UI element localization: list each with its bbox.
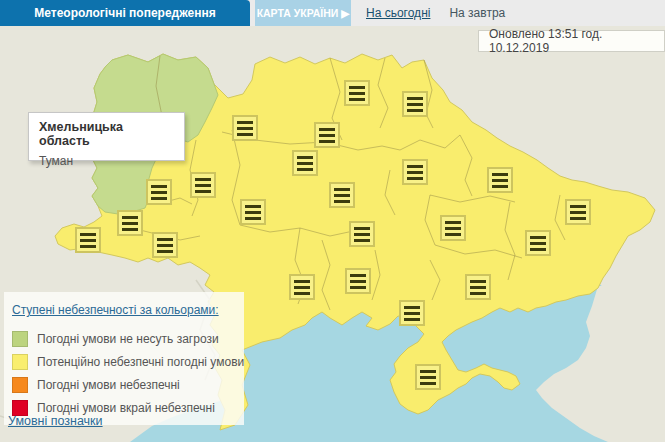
tab-meteorological-warnings[interactable]: Метеорологічні попередження — [0, 0, 250, 26]
fog-warning-icon[interactable] — [152, 232, 178, 258]
link-for-tomorrow[interactable]: На завтра — [449, 0, 505, 26]
fog-warning-icon[interactable] — [329, 182, 355, 208]
danger-levels-legend: Ступені небезпечності за кольорами: Пого… — [4, 292, 244, 425]
fog-warning-icon[interactable] — [487, 167, 513, 193]
fog-warning-icon[interactable] — [240, 199, 266, 225]
legend-label: Погодні умови небезпечні — [37, 378, 180, 392]
legend-label: Потенційно небезпечні погодні умови — [37, 355, 244, 369]
link-for-today[interactable]: На сьогодні — [366, 0, 430, 26]
legend-swatch — [12, 331, 28, 347]
fog-warning-icon[interactable] — [75, 227, 101, 253]
legend-title-link[interactable]: Ступені небезпечності за кольорами: — [12, 303, 219, 317]
map-symbols-link[interactable]: Умовні позначки — [8, 414, 103, 428]
tooltip-region-name: Хмельницька область — [39, 120, 174, 148]
fog-warning-icon[interactable] — [146, 179, 172, 205]
fog-warning-icon[interactable] — [349, 221, 375, 247]
updated-timestamp: Оновлено 13:51 год. 10.12.2019 — [478, 30, 665, 52]
tab-ukraine-map[interactable]: КАРТА УКРАЇНИ ▶ — [255, 0, 351, 26]
fog-warning-icon[interactable] — [344, 80, 370, 106]
fog-warning-icon[interactable] — [465, 274, 491, 300]
fog-warning-icon[interactable] — [232, 115, 258, 141]
weather-warning-page: Метеорологічні попередження КАРТА УКРАЇН… — [0, 0, 665, 442]
legend-swatch — [12, 354, 28, 370]
legend-row: Погодні умови не несуть загрози — [10, 327, 238, 350]
fog-warning-icon[interactable] — [314, 122, 340, 148]
fog-warning-icon[interactable] — [289, 274, 315, 300]
fog-warning-icon[interactable] — [402, 159, 428, 185]
fog-warning-icon[interactable] — [117, 210, 143, 236]
tooltip-warning-type: Туман — [39, 154, 174, 168]
fog-warning-icon[interactable] — [415, 364, 441, 390]
header-tab-bar: Метеорологічні попередження КАРТА УКРАЇН… — [0, 0, 665, 26]
fog-warning-icon[interactable] — [402, 91, 428, 117]
legend-label: Погодні умови вкрай небезпечні — [37, 401, 215, 415]
legend-swatch — [12, 377, 28, 393]
legend-row: Погодні умови небезпечні — [10, 373, 238, 396]
fog-warning-icon[interactable] — [345, 268, 371, 294]
fog-warning-icon[interactable] — [440, 215, 466, 241]
fog-warning-icon[interactable] — [525, 230, 551, 256]
fog-warning-icon[interactable] — [292, 150, 318, 176]
fog-warning-icon[interactable] — [190, 172, 216, 198]
legend-label: Погодні умови не несуть загрози — [37, 332, 219, 346]
fog-warning-icon[interactable] — [565, 199, 591, 225]
legend-row: Потенційно небезпечні погодні умови — [10, 350, 238, 373]
fog-warning-icon[interactable] — [399, 300, 425, 326]
region-tooltip: Хмельницька область Туман — [28, 112, 185, 161]
legend-items: Погодні умови не несуть загрозиПотенційн… — [10, 327, 238, 419]
ukraine-warning-map[interactable]: Оновлено 13:51 год. 10.12.2019 Хмельниць… — [0, 26, 665, 442]
